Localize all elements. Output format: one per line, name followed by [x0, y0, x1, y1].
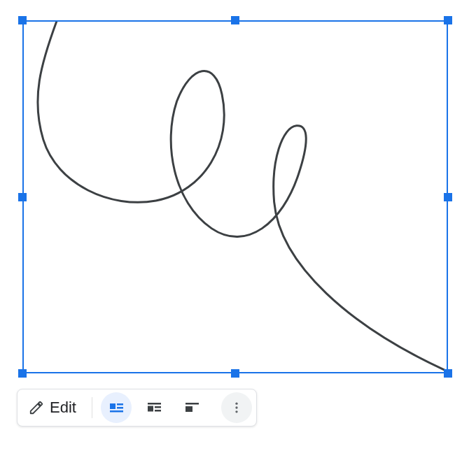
toolbar-separator: [92, 397, 92, 418]
break-text-icon: [146, 399, 162, 416]
svg-rect-7: [155, 410, 161, 412]
handle-se[interactable]: [444, 369, 452, 378]
svg-point-10: [235, 403, 237, 405]
image-toolbar: Edit: [17, 389, 257, 427]
scribble-path: [38, 22, 444, 370]
canvas-area: Edit: [0, 0, 476, 458]
handle-e[interactable]: [444, 193, 452, 201]
edit-button-label: Edit: [50, 400, 76, 415]
more-options-button[interactable]: [221, 392, 252, 423]
svg-rect-8: [186, 403, 199, 405]
wrap-text-button[interactable]: [101, 392, 132, 423]
inline-text-button[interactable]: [176, 392, 207, 423]
svg-point-11: [235, 406, 237, 408]
text-wrap-group: [101, 392, 207, 423]
pencil-icon: [29, 400, 44, 415]
handle-sw[interactable]: [18, 369, 27, 378]
drawing-content: [24, 22, 447, 372]
edit-button[interactable]: Edit: [22, 394, 86, 421]
svg-rect-9: [186, 406, 192, 412]
wrap-text-icon: [108, 399, 125, 416]
svg-rect-6: [155, 406, 161, 408]
svg-rect-1: [117, 403, 123, 406]
break-text-button[interactable]: [139, 392, 169, 423]
svg-rect-0: [110, 403, 115, 409]
inline-text-icon: [183, 399, 200, 416]
handle-ne[interactable]: [444, 16, 452, 24]
handle-s[interactable]: [231, 369, 239, 378]
svg-point-12: [235, 410, 237, 413]
handle-w[interactable]: [18, 193, 27, 201]
more-vertical-icon: [230, 401, 244, 415]
selection-box[interactable]: [22, 20, 448, 373]
svg-rect-2: [117, 407, 123, 409]
svg-rect-4: [148, 403, 161, 405]
svg-rect-5: [148, 406, 153, 412]
handle-nw[interactable]: [18, 16, 27, 24]
svg-rect-3: [110, 410, 123, 413]
handle-n[interactable]: [231, 16, 239, 24]
